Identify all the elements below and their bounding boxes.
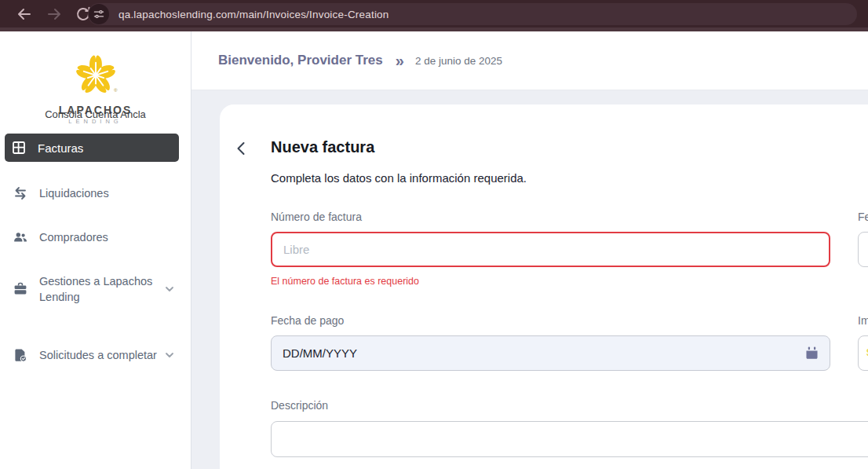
site-settings-button[interactable] xyxy=(89,4,109,24)
chevron-down-icon[interactable] xyxy=(163,283,176,295)
back-button[interactable] xyxy=(232,139,251,158)
right-col-field2-label: Im xyxy=(858,314,868,327)
right-col-field2-input[interactable]: $ xyxy=(858,335,868,371)
browser-back-icon[interactable] xyxy=(16,5,33,23)
sidebar-item-liquidaciones[interactable]: Liquidaciones xyxy=(6,182,181,204)
description-label: Descripción xyxy=(271,399,328,412)
address-bar[interactable]: qa.lapachoslending.com/main/Invoices/Inv… xyxy=(88,3,857,25)
sidebar-item-label: Gestiones a Lapachos Lending xyxy=(39,273,157,306)
sidebar-item-gestiones[interactable]: Gestiones a Lapachos Lending xyxy=(6,272,181,306)
description-input[interactable] xyxy=(271,421,868,457)
sidebar: ® LAPACHOS LENDING Consola Cuenta Ancla … xyxy=(0,31,191,469)
payment-date-label: Fecha de pago xyxy=(271,314,344,327)
sidebar-item-label: Compradores xyxy=(39,229,108,245)
form-subtitle: Completa los datos con la información re… xyxy=(271,171,527,185)
invoice-creation-card: Nueva factura Completa los datos con la … xyxy=(220,104,868,469)
briefcase-icon xyxy=(13,281,28,297)
console-label: Consola Cuenta Ancla xyxy=(0,108,191,120)
registered-mark: ® xyxy=(114,87,118,93)
sidebar-item-facturas[interactable]: Facturas xyxy=(5,134,179,162)
double-chevron-icon: » xyxy=(396,53,404,68)
welcome-title: Bienvenido, Provider Tres xyxy=(218,53,383,68)
lapacho-flower-icon: ® xyxy=(65,49,126,99)
browser-forward-icon[interactable] xyxy=(46,5,63,23)
invoice-number-input[interactable] xyxy=(271,232,830,267)
form-title: Nueva factura xyxy=(271,138,374,156)
right-col-field1-input[interactable] xyxy=(858,232,868,267)
payment-date-input[interactable]: DD/MM/YYYY xyxy=(271,335,830,371)
right-col-field1-label: Fe xyxy=(858,211,868,223)
url-text[interactable]: qa.lapachoslending.com/main/Invoices/Inv… xyxy=(119,9,389,20)
page-header: Bienvenido, Provider Tres » 2 de junio d… xyxy=(191,31,868,90)
sidebar-item-label: Liquidaciones xyxy=(39,185,109,201)
sidebar-item-compradores[interactable]: Compradores xyxy=(6,226,181,248)
payment-date-value: DD/MM/YYYY xyxy=(283,336,357,370)
sidebar-item-solicitudes[interactable]: Solicitudes a completar xyxy=(6,338,181,372)
sidebar-item-label: Facturas xyxy=(38,140,83,156)
sidebar-item-label: Solicitudes a completar xyxy=(39,347,157,363)
calendar-icon[interactable] xyxy=(804,346,819,361)
swap-arrows-icon xyxy=(13,185,28,201)
current-date: 2 de junio de 2025 xyxy=(415,55,502,67)
invoice-number-error: El número de factura es requerido xyxy=(271,276,419,287)
browser-toolbar: qa.lapachoslending.com/main/Invoices/Inv… xyxy=(0,0,868,31)
invoice-number-label: Número de factura xyxy=(271,211,362,223)
chevron-down-icon[interactable] xyxy=(163,349,176,361)
document-check-icon xyxy=(13,347,28,363)
people-icon xyxy=(13,229,28,245)
tune-icon xyxy=(93,9,104,20)
grid-icon xyxy=(11,140,27,156)
